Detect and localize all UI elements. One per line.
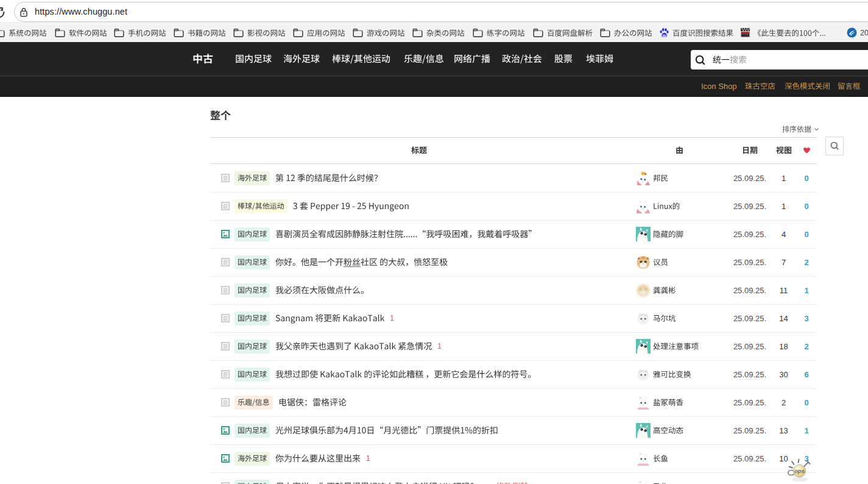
svg-text:du: du: [662, 34, 666, 37]
svg-text:ops: ops: [794, 468, 805, 474]
